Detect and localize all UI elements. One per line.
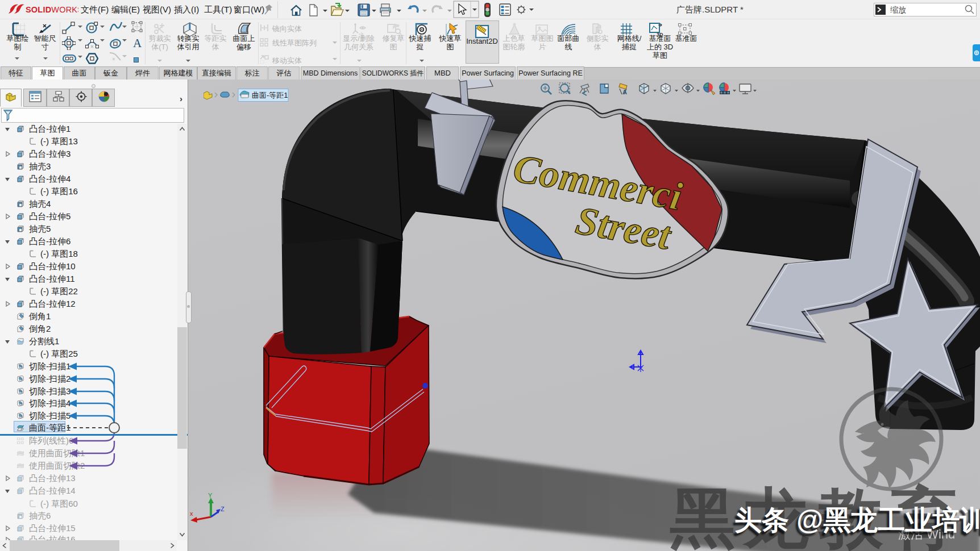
- svg-text:SOLIDWORKS: SOLIDWORKS: [26, 5, 78, 14]
- svg-text:Z: Z: [221, 506, 225, 512]
- svg-text:头条 @黑龙工业培训: 头条 @黑龙工业培训: [734, 505, 980, 535]
- svg-text:A: A: [133, 36, 142, 49]
- svg-text:Y: Y: [208, 492, 213, 499]
- svg-text:A: A: [622, 89, 627, 95]
- svg-text:x: x: [190, 510, 193, 517]
